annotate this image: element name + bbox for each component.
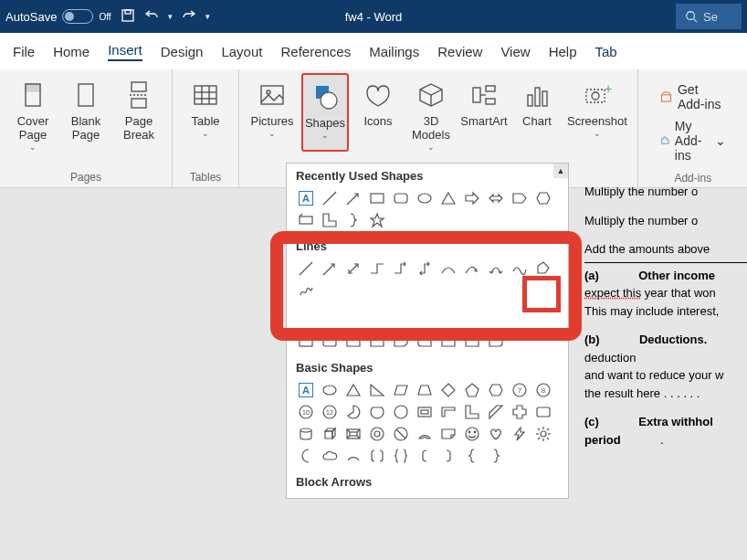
shape-diamond[interactable] [438, 380, 458, 400]
shape-elbow-double-arrow[interactable] [415, 259, 435, 279]
shape-triangle[interactable] [343, 380, 363, 400]
shape-diagonal-stripe[interactable] [486, 402, 506, 422]
shape-rounded-rectangle[interactable] [391, 188, 411, 208]
shape-line-arrow[interactable] [320, 259, 340, 279]
shape-parallelogram[interactable] [391, 380, 411, 400]
qat-more-icon[interactable]: ▾ [205, 12, 210, 21]
shape-double-arrow[interactable] [486, 188, 506, 208]
3d-models-button[interactable]: 3D Models ⌄ [407, 73, 455, 152]
shape-snip-diag[interactable] [391, 332, 411, 352]
shape-round-diag[interactable] [486, 332, 506, 352]
shape-hexagon[interactable] [533, 188, 553, 208]
shape-cube[interactable] [320, 424, 340, 444]
get-addins-button[interactable]: Get Add-ins [660, 82, 726, 111]
undo-icon[interactable] [144, 8, 159, 26]
shape-star[interactable] [367, 210, 387, 230]
shape-rectangle[interactable] [367, 188, 387, 208]
cover-page-button[interactable]: Cover Page ⌄ [9, 73, 57, 152]
shape-round-same[interactable] [462, 332, 482, 352]
shape-chord[interactable] [367, 402, 387, 422]
shape-right-bracket[interactable] [438, 446, 458, 466]
chart-button[interactable]: Chart [513, 73, 561, 152]
shape-block-arc[interactable] [415, 424, 435, 444]
tab-help[interactable]: Help [549, 44, 577, 59]
search-box[interactable]: Se [676, 4, 742, 29]
shape-heptagon[interactable]: 7 [510, 380, 530, 400]
shape-oval[interactable] [415, 188, 435, 208]
autosave-toggle[interactable]: AutoSave Off [5, 9, 111, 24]
shape-oval[interactable] [320, 380, 340, 400]
shape-teardrop[interactable] [391, 402, 411, 422]
shape-moon[interactable] [296, 446, 316, 466]
shape-lightning[interactable] [510, 424, 530, 444]
tab-design[interactable]: Design [161, 44, 204, 59]
shape-bevel[interactable] [343, 424, 363, 444]
blank-page-button[interactable]: Blank Page [62, 73, 110, 152]
shape-snip-same[interactable] [367, 332, 387, 352]
shape-right-brace[interactable] [486, 446, 506, 466]
shape-left-bracket[interactable] [415, 446, 435, 466]
shape-curve-arrow[interactable] [462, 259, 482, 279]
shape-arc[interactable] [343, 446, 363, 466]
tab-review[interactable]: Review [437, 44, 482, 59]
shape-l-shape[interactable] [320, 210, 340, 230]
pictures-button[interactable]: Pictures ⌄ [248, 73, 296, 152]
scroll-up-button[interactable]: ▲ [553, 164, 568, 178]
shape-round-single[interactable] [438, 332, 458, 352]
shape-cross[interactable] [510, 402, 530, 422]
shape-smiley[interactable] [462, 424, 482, 444]
shape-curve-tool[interactable] [510, 259, 530, 279]
shape-pentagon[interactable] [462, 380, 482, 400]
shape-freeform[interactable] [533, 259, 553, 279]
shape-dodecagon[interactable]: 12 [320, 402, 340, 422]
tab-file[interactable]: File [13, 44, 35, 59]
shape-trapezoid[interactable] [415, 380, 435, 400]
shape-arrow-right[interactable] [462, 188, 482, 208]
shape-double-bracket[interactable] [367, 446, 387, 466]
shape-octagon[interactable]: 8 [533, 380, 553, 400]
tab-view[interactable]: View [500, 44, 530, 59]
shape-curve-double-arrow[interactable] [486, 259, 506, 279]
tab-mailings[interactable]: Mailings [369, 44, 419, 59]
shape-snip-round[interactable] [415, 332, 435, 352]
shape-elbow[interactable] [367, 259, 387, 279]
shape-sun[interactable] [533, 424, 553, 444]
redo-icon[interactable] [182, 8, 196, 26]
shape-line[interactable] [296, 259, 316, 279]
shape-textbox[interactable]: A [296, 188, 316, 208]
shape-half-frame[interactable] [438, 402, 458, 422]
shape-right-triangle[interactable] [367, 380, 387, 400]
shape-flowchart[interactable] [296, 210, 316, 230]
shape-decagon[interactable]: 10 [296, 402, 316, 422]
shape-rect[interactable] [296, 332, 316, 352]
shape-pie[interactable] [343, 402, 363, 422]
shape-curve[interactable] [438, 259, 458, 279]
my-addins-button[interactable]: My Add-ins ⌄ [660, 119, 726, 163]
shapes-button[interactable]: Shapes ⌄ [301, 73, 349, 152]
smartart-button[interactable]: SmartArt [460, 73, 508, 152]
save-icon[interactable] [121, 8, 135, 26]
shape-l-shape[interactable] [462, 402, 482, 422]
screenshot-button[interactable]: + Screenshot ⌄ [566, 73, 628, 152]
tab-references[interactable]: References [280, 44, 351, 59]
shape-elbow-arrow[interactable] [391, 259, 411, 279]
page-break-button[interactable]: Page Break [115, 73, 163, 152]
shape-frame[interactable] [415, 402, 435, 422]
shape-triangle[interactable] [438, 188, 458, 208]
shape-rounded-rect[interactable] [320, 332, 340, 352]
shape-right-brace[interactable] [343, 210, 363, 230]
shape-double-brace[interactable] [391, 446, 411, 466]
shape-no-symbol[interactable] [391, 424, 411, 444]
shape-hexagon[interactable] [486, 380, 506, 400]
tab-home[interactable]: Home [53, 44, 89, 59]
shape-can[interactable] [296, 424, 316, 444]
tab-extra[interactable]: Tab [595, 44, 617, 59]
shape-line-double-arrow[interactable] [343, 259, 363, 279]
shape-folded-corner[interactable] [438, 424, 458, 444]
shape-cloud[interactable] [320, 446, 340, 466]
table-button[interactable]: Table ⌄ [182, 73, 229, 138]
tab-insert[interactable]: Insert [108, 42, 142, 61]
shape-arrow-line[interactable] [343, 188, 363, 208]
caret-down-icon[interactable]: ▾ [168, 12, 173, 21]
shape-heart[interactable] [486, 424, 506, 444]
